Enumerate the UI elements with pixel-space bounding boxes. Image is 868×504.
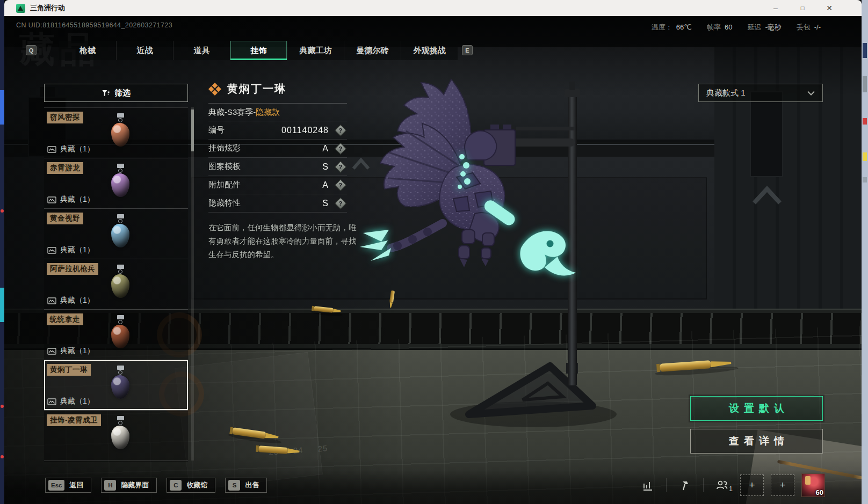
hotkey-collection-hall[interactable]: C 收藏馆 [167,478,215,493]
stat-value: 66℃ [676,23,692,31]
attr-row-serial: 编号 001140248 ? [208,121,347,140]
hammer-icon [679,479,691,491]
player-avatar[interactable]: 60 [801,473,825,497]
help-icon[interactable]: ? [335,124,347,136]
charm-thumbnail [104,164,136,199]
rarity-badge-text: 典藏（1） [60,296,95,305]
party-count: 1 [729,485,733,493]
tab-melee[interactable]: 近战 [116,41,173,60]
invite-slot-button[interactable]: + [740,474,764,496]
player-level-badge: 60 [816,488,823,496]
rarity-badge-text: 典藏（1） [60,195,95,204]
list-item[interactable]: 挂饰-凌霄成卫 [44,411,188,461]
hotkey-back[interactable]: Esc 返回 [45,478,91,493]
tab-items[interactable]: 道具 [173,41,230,60]
tab-weapons[interactable]: 枪械 [59,41,116,60]
item-name-chip: 挂饰-凌霄成卫 [47,414,101,426]
item-list-scrollbar[interactable] [191,107,194,461]
list-item[interactable]: 窃风密探 典藏（1） [44,108,188,158]
list-item[interactable]: 黄金视野 典藏（1） [44,209,188,259]
series-prefix: 典藏-S3赛季- [208,107,256,118]
charm-thumbnail [104,265,136,300]
invite-slot-button[interactable]: + [771,474,794,496]
attr-row-colorway: 挂饰炫彩 A ? [208,140,347,158]
attr-value: S [322,199,329,208]
close-button[interactable]: ✕ [816,0,843,16]
maximize-button[interactable]: □ [789,0,816,16]
charm-thumbnail [104,113,136,149]
scrollbar-thumb[interactable] [191,109,194,151]
help-icon[interactable]: ? [335,197,347,209]
attr-row-accessory: 附加配件 A ? [208,176,347,194]
rarity-badge: 典藏（1） [47,346,95,356]
stat-label: 延迟 [747,23,761,31]
attr-label: 图案模板 [208,162,322,172]
list-item[interactable]: 阿萨拉机枪兵 典藏（1） [44,259,188,310]
rarity-badge: 典藏（1） [47,144,95,154]
app-logo-icon [16,4,25,13]
category-tabbar: 枪械 近战 道具 挂饰 典藏工坊 曼德尔砖 外观挑战 [59,41,458,60]
style-dropdown-value: 典藏款式 1 [706,88,746,98]
rarity-badge-text: 典藏（1） [60,144,95,154]
social-toolbar: 1 + + 60 [636,473,825,497]
collection-card-icon [47,196,56,203]
keycap: Esc [48,480,64,491]
list-item[interactable]: 统统拿走 典藏（1） [44,310,188,360]
rarity-badge-text: 典藏（1） [60,346,95,356]
help-icon[interactable]: ? [335,142,347,155]
auction-button[interactable] [674,474,696,496]
help-icon[interactable]: ? [335,179,347,191]
dragon-charm[interactable] [360,79,576,275]
background-app-strip-right [862,0,868,504]
item-name-chip: 统统拿走 [47,313,83,325]
style-dropdown[interactable]: 典藏款式 1 [698,84,823,102]
attr-value: 001140248 [281,126,329,135]
tab-mandel-brick[interactable]: 曼德尔砖 [344,41,401,60]
charm-series: 典藏-S3赛季-隐藏款 [208,104,347,121]
stat-value: -/- [814,23,821,31]
charm-thumbnail [104,366,136,401]
tab-next-keycap: E [462,45,473,55]
stat-label: 丢包 [797,23,811,31]
keycap: H [104,480,116,491]
filter-funnel-icon [102,89,110,97]
keycap: S [228,480,240,491]
minimize-button[interactable]: – [762,0,789,16]
bar-chart-icon [642,479,654,491]
charm-thumbnail [104,214,136,250]
rarity-badge: 典藏（1） [47,296,95,305]
window-title: 三角洲行动 [30,3,65,13]
filter-button[interactable]: 筛选 [44,84,188,102]
set-default-button[interactable]: 设置默认 [690,396,823,421]
team-button[interactable]: 1 [711,474,733,496]
list-item[interactable]: 赤霄游龙 典藏（1） [44,158,188,209]
crate-chevron-left [353,160,368,169]
item-name-chip: 黄金视野 [47,213,83,224]
rarity-badge: 典藏（1） [47,245,95,255]
attr-label: 隐藏特性 [208,198,322,208]
item-name-chip: 阿萨拉机枪兵 [47,263,98,275]
collection-card-icon [47,348,56,355]
stats-chart-button[interactable] [636,474,659,496]
charm-rarity-icon [208,83,221,96]
stat-value: 60 [725,23,732,31]
tab-prev-keycap: Q [26,45,37,55]
item-name-chip: 黄焖丁一琳 [47,364,91,376]
charm-thumbnail [104,315,136,350]
tab-collection-workshop[interactable]: 典藏工坊 [287,41,344,60]
list-item-selected[interactable]: 黄焖丁一琳 典藏（1） [44,360,188,411]
charm-description: 在它面前，任何生物都显得渺小而无助，唯有勇敢者才能在这股寒冷的力量面前，寻找生存… [208,221,359,261]
item-name-chip: 窃风密探 [47,112,83,123]
filter-label: 筛选 [114,88,131,98]
hotkey-hide-ui[interactable]: H 隐藏界面 [101,478,157,493]
attr-label: 挂饰炫彩 [208,143,322,154]
help-icon[interactable]: ? [335,160,347,173]
tab-appearance-challenge[interactable]: 外观挑战 [401,41,458,60]
charm-title: 黄焖丁一琳 [227,82,286,96]
view-details-button[interactable]: 查看详情 [690,429,823,454]
tab-charms[interactable]: 挂饰 [230,41,287,60]
attr-row-hidden-trait: 隐藏特性 S ? [208,194,347,213]
hotkey-sell[interactable]: S 出售 [225,478,267,493]
crate-chevron-right [754,189,780,203]
stat-label: 温度： [652,23,672,31]
